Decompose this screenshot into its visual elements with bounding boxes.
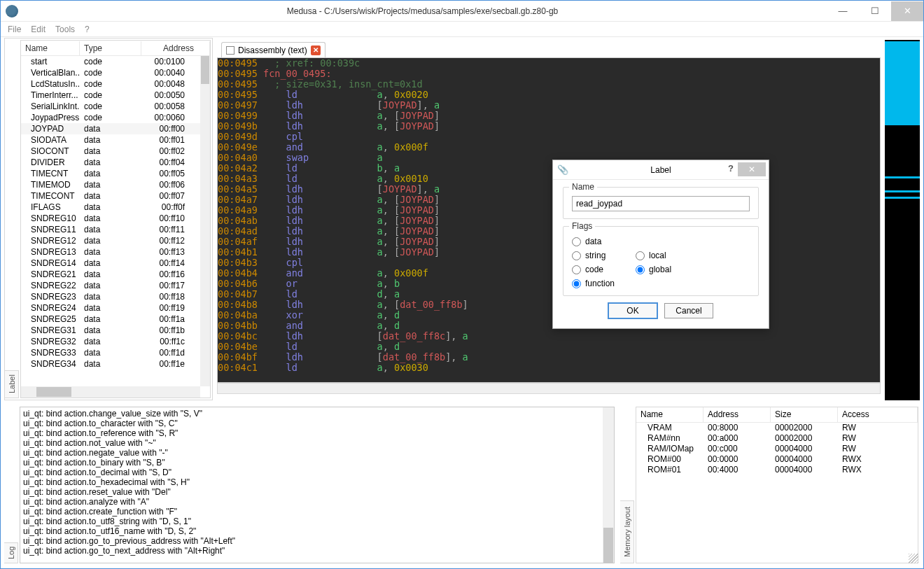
tab-label: Disassembly (text) [238,45,307,55]
maximize-button[interactable]: ☐ [859,1,891,21]
resize-grip[interactable] [909,554,918,563]
table-row[interactable]: RAM#nn00:a00000002000RW [636,433,918,444]
label-panel: Label Name Type Address startcode00:0100… [4,38,213,400]
main-window: Medusa - C:/Users/wisk/Projects/medusa/s… [0,0,924,569]
dialog-titlebar[interactable]: 📎 Label ? ✕ [553,160,769,180]
col-name[interactable]: Name [21,41,80,55]
log-panel-tab[interactable]: Log [4,542,18,563]
table-row[interactable]: SNDREG10data00:ff10 [21,213,200,224]
table-row[interactable]: SIODATAdata00:ff01 [21,134,200,146]
symbol-table[interactable]: Name Type Address startcode00:0100Vertic… [20,40,211,398]
menu-edit[interactable]: Edit [31,24,46,34]
log-vscrollbar[interactable] [603,407,614,563]
table-row[interactable]: SNDREG25data00:ff1a [21,314,200,325]
disassembly-view[interactable]: 00:0495 ; xref: 00:039c 00:0495 fcn_00_0… [217,57,881,383]
label-name-input[interactable] [572,196,750,211]
radio-code[interactable]: code [572,265,615,274]
mcol-address[interactable]: Address [704,407,771,422]
table-row[interactable]: DIVIDERdata00:ff04 [21,157,200,168]
log-view[interactable]: ui_qt: bind action.change_value_size wit… [20,407,615,563]
table-row[interactable]: SNDREG24data00:ff19 [21,302,200,314]
table-row[interactable]: SNDREG14data00:ff14 [21,258,200,269]
table-row[interactable]: ROM#0100:400000004000RWX [636,465,918,475]
tab-disassembly[interactable]: Disassembly (text) ✕ [221,42,326,57]
minimap[interactable] [885,40,920,400]
ok-button[interactable]: OK [608,303,657,318]
label-panel-tab[interactable]: Label [5,370,19,398]
table-row[interactable]: JOYPADdata00:ff00 [21,123,200,134]
flags-group: Flags datastringcodefunction localglobal [563,226,759,296]
table-row[interactable]: startcode00:0100 [21,56,200,67]
dialog-help-button[interactable]: ? [728,163,734,174]
table-row[interactable]: SNDREG21data00:ff16 [21,269,200,280]
menu-tools[interactable]: Tools [55,24,75,34]
mcol-name[interactable]: Name [636,407,704,422]
name-group: Name [563,187,759,219]
table-row[interactable]: RAM/IOMap00:c00000004000RW [636,444,918,454]
table-row[interactable]: LcdStatusIn...code00:0048 [21,78,200,90]
radio-local[interactable]: local [636,251,671,260]
table-row[interactable]: IFLAGSdata00:ff0f [21,202,200,213]
dialog-title: Label [650,165,671,175]
table-row[interactable]: SerialLinkInt...code00:0058 [21,101,200,112]
table-row[interactable]: SNDREG23data00:ff18 [21,291,200,302]
table-row[interactable]: ROM#0000:000000004000RWX [636,454,918,465]
table-row[interactable]: JoypadPress...code00:0060 [21,112,200,123]
table-row[interactable]: SNDREG22data00:ff17 [21,280,200,291]
table-row[interactable]: SNDREG32data00:ff1c [21,336,200,347]
table-row[interactable]: SIOCONTdata00:ff02 [21,146,200,157]
menubar: File Edit Tools ? [1,22,923,37]
table-row[interactable]: SNDREG13data00:ff13 [21,246,200,258]
close-button[interactable]: ✕ [891,1,923,21]
menu-file[interactable]: File [8,24,21,34]
dialog-close-button[interactable]: ✕ [738,162,766,176]
table-row[interactable]: TIMEMODdata00:ff06 [21,179,200,190]
symbol-hscrollbar[interactable] [21,386,200,398]
col-type[interactable]: Type [80,41,141,55]
table-row[interactable]: SNDREG33data00:ff1d [21,347,200,358]
symbol-table-header: Name Type Address [21,41,210,56]
disassembly-panel: Disassembly (text) ✕ 00:0495 ; xref: 00:… [217,38,881,394]
col-address[interactable]: Address [141,41,210,55]
table-row[interactable]: SNDREG11data00:ff11 [21,224,200,235]
radio-function[interactable]: function [572,279,615,288]
table-row[interactable]: TimerInterr...code00:0050 [21,90,200,101]
pin-icon[interactable]: 📎 [557,164,568,176]
mcol-access[interactable]: Access [838,407,918,422]
table-row[interactable]: SNDREG34data00:ff1e [21,358,200,370]
cancel-button[interactable]: Cancel [664,303,713,318]
titlebar[interactable]: Medusa - C:/Users/wisk/Projects/medusa/s… [1,1,923,22]
symbol-vscrollbar[interactable] [200,56,210,386]
memory-table[interactable]: Name Address Size Access VRAM00:80000000… [636,407,918,563]
label-dialog: 📎 Label ? ✕ Name Flags datastringcodefun… [552,160,769,329]
table-row[interactable]: VerticalBlan..code00:0040 [21,67,200,78]
memory-panel-tab[interactable]: Memory layout [620,500,634,563]
menu-help[interactable]: ? [85,24,90,34]
radio-string[interactable]: string [572,251,615,260]
document-icon [226,46,234,55]
radio-global[interactable]: global [636,265,671,274]
table-row[interactable]: TIMECNTdata00:ff05 [21,168,200,179]
table-row[interactable]: TIMECONTdata00:ff07 [21,190,200,202]
table-row[interactable]: SNDREG31data00:ff1b [21,325,200,336]
window-title: Medusa - C:/Users/wisk/Projects/medusa/s… [18,6,827,16]
close-tab-button[interactable]: ✕ [311,45,321,55]
radio-data[interactable]: data [572,237,615,246]
log-panel: Log ui_qt: bind action.change_value_size… [4,403,616,565]
memory-panel: Memory layout Name Address Size Access V… [620,403,920,565]
table-row[interactable]: VRAM00:800000002000RW [636,423,918,433]
table-row[interactable]: SNDREG12data00:ff12 [21,235,200,246]
disasm-hscrollbar[interactable] [217,383,881,394]
mcol-size[interactable]: Size [771,407,838,422]
app-icon [6,5,18,17]
minimize-button[interactable]: — [827,1,859,21]
